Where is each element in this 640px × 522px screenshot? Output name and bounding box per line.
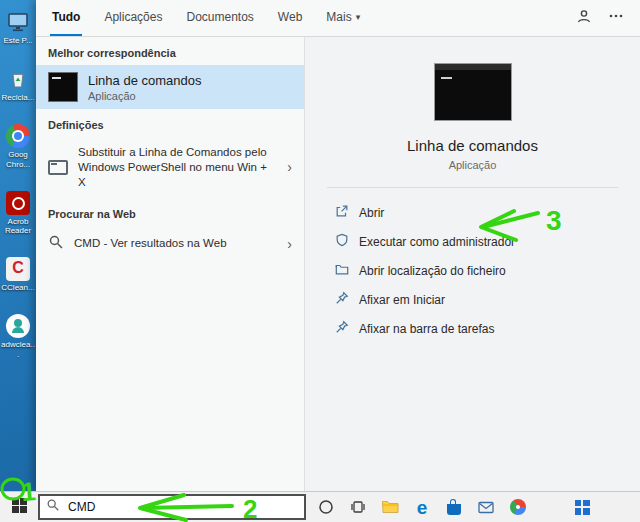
- recycle-bin-icon: [6, 67, 30, 91]
- pin-to-taskbar-icon: [335, 320, 349, 337]
- blue-tiles-shape: [575, 500, 590, 515]
- app-tiles-icon[interactable]: [568, 492, 596, 522]
- preview-title: Linha de comandos: [305, 137, 640, 154]
- web-search-item-label: CMD - Ver resultados na Web: [74, 236, 277, 251]
- tab-mais[interactable]: Mais: [324, 0, 362, 36]
- taskbar-search-box[interactable]: [38, 494, 306, 520]
- tab-label: Mais: [326, 10, 351, 24]
- mail-icon[interactable]: [472, 492, 500, 522]
- result-title: Linha de comandos: [88, 73, 201, 88]
- store-bag-shape: [447, 504, 461, 515]
- chevron-right-icon: [287, 160, 292, 174]
- user-icon[interactable]: [576, 8, 592, 28]
- desktop-icon-this-pc[interactable]: Este P...: [0, 10, 36, 45]
- edge-icon[interactable]: [408, 492, 436, 522]
- desktop-icon-label: Recicla...: [2, 93, 35, 102]
- ccleaner-icon: [6, 257, 30, 281]
- search-results-area: Melhor correspondência Linha de comandos…: [36, 37, 640, 492]
- preview-subtitle: Aplicação: [305, 159, 640, 171]
- windows-logo-icon: [12, 498, 27, 516]
- open-icon: [335, 204, 349, 221]
- desktop-icon-acrobat-reader[interactable]: Acrob Reader: [0, 191, 36, 235]
- desktop-icon-adwcleaner[interactable]: adwclea...: [0, 314, 36, 358]
- desktop-icon-label: adwclea...: [1, 340, 35, 358]
- store-icon[interactable]: [440, 492, 468, 522]
- chrome-icon: [6, 124, 30, 148]
- desktop-icon-label: Este P...: [3, 36, 32, 45]
- result-linha-de-comandos[interactable]: Linha de comandos Aplicação: [36, 65, 304, 109]
- search-icon: [46, 498, 60, 516]
- desktop-icon-google-chrome[interactable]: Goog Chro...: [0, 124, 36, 168]
- action-label: Abrir: [359, 206, 384, 220]
- settings-header: Definições: [36, 109, 304, 137]
- run-as-admin-icon: [335, 233, 349, 250]
- chevron-right-icon: [287, 237, 292, 251]
- search-tabs: Tudo Aplicações Documentos Web Mais: [36, 0, 640, 37]
- preview-pane: Linha de comandos Aplicação Abrir E: [305, 37, 640, 492]
- web-search-item-cmd[interactable]: CMD - Ver resultados na Web: [36, 226, 304, 262]
- pin-to-start-icon: [335, 291, 349, 308]
- search-header-icons: [576, 0, 640, 36]
- tab-label: Tudo: [52, 10, 80, 24]
- chrome-taskbar-icon[interactable]: [504, 492, 532, 522]
- cmd-icon: [48, 72, 78, 102]
- task-view-icon[interactable]: [344, 492, 372, 522]
- preview-actions: Abrir Executar como administrador Abrir …: [305, 198, 640, 343]
- cortana-icon[interactable]: [312, 492, 340, 522]
- acrobat-reader-icon: [6, 191, 30, 215]
- file-explorer-icon[interactable]: [376, 492, 404, 522]
- settings-item-powershell-swap[interactable]: Substituir a Linha de Comandos pelo Wind…: [36, 137, 304, 198]
- tab-web[interactable]: Web: [276, 0, 304, 36]
- cmd-preview-thumbnail: [434, 63, 512, 121]
- settings-item-label: Substituir a Linha de Comandos pelo Wind…: [78, 145, 277, 190]
- taskbar-icons: [312, 492, 640, 522]
- preview-divider: [327, 187, 618, 188]
- tab-label: Aplicações: [104, 10, 162, 24]
- start-button[interactable]: [0, 492, 38, 522]
- desktop-screen: Este P... Recicla... Goog Chro... Acrob …: [0, 0, 640, 522]
- action-executar-como-administrador[interactable]: Executar como administrador: [335, 227, 640, 256]
- action-abrir-localizacao-do-ficheiro[interactable]: Abrir localização do ficheiro: [335, 256, 640, 285]
- tab-label: Documentos: [186, 10, 253, 24]
- tab-label: Web: [278, 10, 302, 24]
- this-pc-icon: [6, 10, 30, 34]
- best-match-header: Melhor correspondência: [36, 37, 304, 65]
- taskbar: [0, 491, 640, 522]
- desktop-icon-label: Acrob Reader: [1, 217, 35, 235]
- tab-aplicacoes[interactable]: Aplicações: [102, 0, 164, 36]
- desktop-icon-ccleaner[interactable]: CClean...: [0, 257, 36, 292]
- action-label: Afixar em Iniciar: [359, 293, 445, 307]
- action-abrir[interactable]: Abrir: [335, 198, 640, 227]
- action-label: Executar como administrador: [359, 235, 515, 249]
- search-icon: [48, 234, 64, 254]
- chevron-down-icon: [356, 12, 361, 22]
- action-label: Abrir localização do ficheiro: [359, 264, 506, 278]
- settings-window-icon: [48, 160, 68, 175]
- taskbar-search-input[interactable]: [66, 499, 298, 515]
- results-column: Melhor correspondência Linha de comandos…: [36, 37, 305, 492]
- action-afixar-na-barra-de-tarefas[interactable]: Afixar na barra de tarefas: [335, 314, 640, 343]
- action-afixar-em-iniciar[interactable]: Afixar em Iniciar: [335, 285, 640, 314]
- adwcleaner-icon: [6, 314, 30, 338]
- tab-documentos[interactable]: Documentos: [184, 0, 255, 36]
- desktop-icon-recycle-bin[interactable]: Recicla...: [0, 67, 36, 102]
- result-text: Linha de comandos Aplicação: [88, 73, 201, 102]
- web-search-header: Procurar na Web: [36, 198, 304, 226]
- tab-tudo[interactable]: Tudo: [50, 0, 82, 36]
- action-label: Afixar na barra de tarefas: [359, 322, 494, 336]
- open-file-location-icon: [335, 262, 349, 279]
- result-subtitle: Aplicação: [88, 90, 201, 102]
- desktop-icon-label: CClean...: [1, 283, 34, 292]
- desktop-background: Este P... Recicla... Goog Chro... Acrob …: [0, 0, 36, 492]
- desktop-icon-label: Goog Chro...: [1, 150, 35, 168]
- search-flyout: Tudo Aplicações Documentos Web Mais: [36, 0, 640, 492]
- ellipsis-icon[interactable]: [608, 8, 624, 28]
- chrome-icon: [510, 499, 526, 515]
